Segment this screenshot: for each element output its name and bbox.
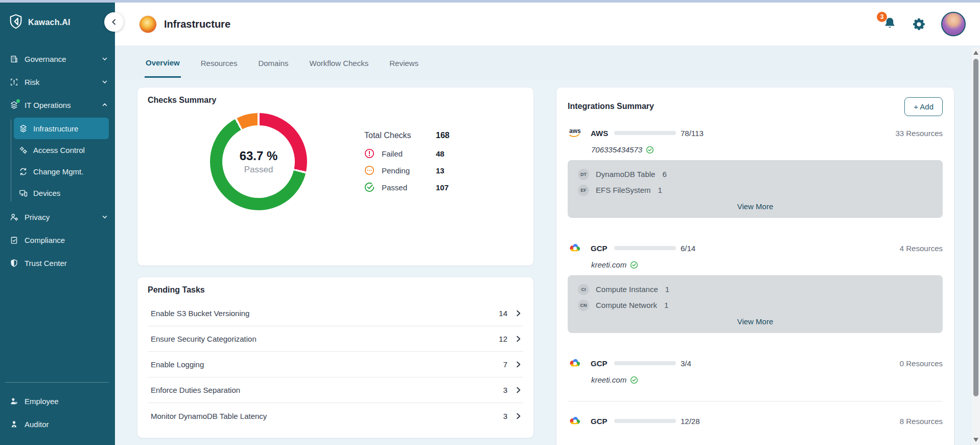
checks-donut-chart: 63.7 % Passed (210, 113, 307, 210)
chevron-right-icon (515, 386, 522, 394)
donut-center-label: Passed (244, 165, 273, 175)
integration-divider (568, 401, 943, 402)
task-row-dynamodb-latency[interactable]: Monitor DynamoDB Table Latency 3 (148, 403, 523, 429)
tab-domains[interactable]: Domains (257, 48, 289, 77)
resource-type-row: EF EFS FileSystem 1 (578, 182, 932, 198)
sidebar-item-employee[interactable]: Employee (0, 390, 115, 413)
view-more-link[interactable]: View More (578, 202, 932, 211)
resource-type-label: Compute Instance (596, 285, 658, 294)
chevron-down-icon (102, 55, 108, 63)
vertical-scrollbar[interactable] (972, 48, 980, 445)
sidebar-item-label: IT Operations (25, 101, 96, 109)
progress-bar (614, 361, 676, 365)
resource-types-panel: DT DynamoDB Table 6 EF EFS FileSystem 1 … (568, 160, 943, 218)
sidebar-nav: Governance Risk IT Operations (0, 48, 115, 275)
passed-icon (364, 182, 375, 192)
integration-item-gcp-2: GCP 3/4 0 Resources kreeti.com (568, 354, 943, 384)
verified-check-icon (630, 376, 638, 384)
settings-button[interactable] (912, 17, 926, 31)
user-gear-icon (9, 213, 18, 222)
integration-item-aws: aws AWS 78/113 33 Resources 706335434573 (568, 124, 943, 218)
sidebar-item-infrastructure[interactable]: Infrastructure (14, 118, 109, 139)
view-more-link[interactable]: View More (578, 317, 932, 326)
passed-stat-row: Passed 107 (364, 182, 450, 192)
scrollbar-down-arrow[interactable] (973, 438, 978, 442)
task-row-enable-logging[interactable]: Enable Logging 7 (148, 352, 523, 377)
sidebar-item-it-operations[interactable]: IT Operations (0, 94, 115, 117)
task-count: 12 (499, 335, 507, 343)
change-arrows-icon (18, 167, 28, 176)
task-row-duties-separation[interactable]: Enforce Duties Separation 3 (148, 377, 523, 403)
sidebar-item-label: Privacy (25, 213, 96, 221)
progress-text: 12/28 (681, 417, 700, 426)
sidebar-item-devices[interactable]: Devices (14, 182, 109, 204)
pending-tasks-title: Pending Tasks (148, 285, 523, 295)
stat-value: 107 (436, 183, 449, 192)
task-count: 3 (503, 386, 507, 394)
tab-overview[interactable]: Overview (145, 48, 181, 78)
sidebar: Kawach.AI Governance Risk (0, 3, 115, 445)
integration-row[interactable]: GCP 6/14 4 Resources (568, 239, 943, 257)
notifications-button[interactable]: 3 (883, 16, 897, 32)
sidebar-item-access-control[interactable]: Access Control (14, 139, 109, 161)
scrollbar-up-arrow[interactable] (973, 51, 978, 55)
integration-row[interactable]: GCP 3/4 0 Resources (568, 354, 943, 372)
page-header: Infrastructure 3 (115, 3, 980, 46)
account-row: kreeti.com (591, 375, 943, 384)
integration-row[interactable]: GCP 12/28 8 Resources (568, 412, 943, 430)
user-avatar[interactable] (941, 12, 966, 36)
integrations-summary-title: Integrations Summary (568, 102, 654, 111)
chevron-down-icon (102, 213, 108, 221)
failed-stat-row: Failed 48 (364, 148, 450, 159)
auditor-icon (9, 420, 18, 429)
shield-logo-icon (8, 14, 24, 31)
devices-icon (18, 188, 28, 197)
gcp-logo-icon (568, 242, 586, 254)
sidebar-item-label: Compliance (25, 236, 108, 244)
sidebar-item-change-mgmt[interactable]: Change Mgmt. (14, 161, 109, 182)
tab-bar: Overview Resources Domains Workflow Chec… (115, 46, 980, 79)
scrollbar-thumb[interactable] (973, 59, 978, 396)
task-label: Enable S3 Bucket Versioning (151, 309, 499, 318)
resources-count: 33 Resources (895, 129, 943, 138)
progress-bar (614, 131, 676, 135)
sidebar-collapse-button[interactable] (104, 12, 124, 32)
risk-brackets-icon (9, 78, 18, 87)
tab-resources[interactable]: Resources (200, 48, 239, 77)
sidebar-item-trust-center[interactable]: Trust Center (0, 252, 115, 275)
integration-row[interactable]: aws AWS 78/113 33 Resources (568, 124, 943, 142)
task-count: 14 (499, 309, 507, 318)
total-checks-label: Total Checks (364, 131, 436, 140)
integrations-summary-card: Integrations Summary + Add aws AWS 78/11… (556, 87, 954, 445)
resource-types-panel: CI Compute Instance 1 CN Compute Network… (568, 275, 943, 333)
tab-reviews[interactable]: Reviews (388, 48, 419, 77)
gcp-logo-icon (568, 358, 586, 369)
account-id: 706335434573 (591, 145, 642, 154)
resources-count: 8 Resources (900, 417, 943, 426)
stat-label: Pending (382, 166, 436, 175)
chevron-up-icon (102, 101, 108, 109)
chevron-right-icon (515, 335, 522, 343)
account-id: kreeti.com (591, 260, 626, 269)
task-row-s3-versioning[interactable]: Enable S3 Bucket Versioning 14 (148, 301, 523, 326)
sidebar-footer: Employee Auditor (0, 382, 115, 436)
sidebar-item-governance[interactable]: Governance (0, 48, 115, 71)
progress-text: 78/113 (681, 129, 704, 138)
sidebar-item-privacy[interactable]: Privacy (0, 206, 115, 229)
sidebar-item-risk[interactable]: Risk (0, 71, 115, 94)
resources-count: 4 Resources (900, 244, 943, 253)
employee-icon (9, 397, 18, 406)
gear-icon (912, 17, 926, 31)
resource-code-badge: DT (578, 169, 589, 180)
checks-stats: Total Checks 168 Failed 48 (364, 131, 450, 192)
sidebar-item-auditor[interactable]: Auditor (0, 413, 115, 436)
sidebar-item-label: Trust Center (25, 259, 108, 268)
task-row-security-categorization[interactable]: Ensure Security Categorization 12 (148, 326, 523, 352)
tab-workflow-checks[interactable]: Workflow Checks (309, 48, 370, 77)
resource-type-count: 1 (665, 285, 669, 294)
workspace-avatar (139, 16, 156, 33)
sidebar-item-compliance[interactable]: Compliance (0, 229, 115, 252)
gears-icon (18, 145, 28, 154)
add-integration-button[interactable]: + Add (904, 97, 943, 116)
sidebar-item-label: Governance (25, 55, 96, 63)
